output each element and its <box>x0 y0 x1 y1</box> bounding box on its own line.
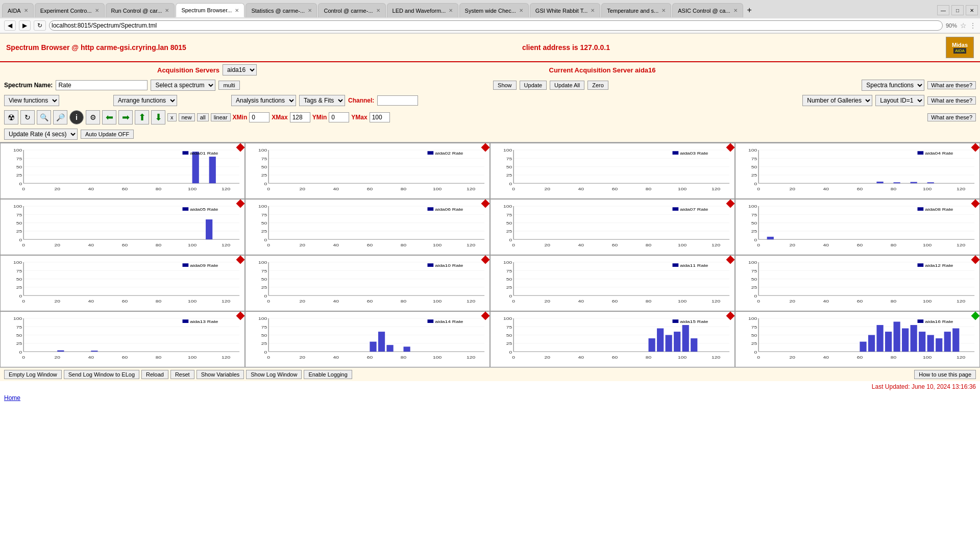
address-bar[interactable] <box>49 20 943 31</box>
tab-led[interactable]: LED and Waveform... ✕ <box>387 3 458 17</box>
xmin-input[interactable] <box>249 112 270 122</box>
show-variables-button[interactable]: Show Variables <box>197 370 244 379</box>
zoom-out-icon[interactable]: 🔎 <box>53 110 67 124</box>
tags-fits-select[interactable]: Tags & Fits <box>299 95 345 106</box>
maximize-button[interactable]: □ <box>951 5 964 15</box>
chart-cell-aida14[interactable]: 0255075100020406080100120aida14 Rate <box>245 311 490 367</box>
tab-spectrum-browser[interactable]: Spectrum Browser... ✕ <box>176 3 244 17</box>
tab-close-temperature[interactable]: ✕ <box>662 8 666 13</box>
home-link[interactable]: Home <box>0 392 980 404</box>
auto-update-button[interactable]: Auto Update OFF <box>81 130 134 139</box>
close-button[interactable]: ✕ <box>966 5 978 15</box>
layout-id-select[interactable]: Layout ID=1 <box>875 95 924 106</box>
x-button[interactable]: x <box>167 113 177 121</box>
tab-close-control[interactable]: ✕ <box>376 8 380 13</box>
ymin-input[interactable] <box>329 112 349 122</box>
refresh-icon[interactable]: ↻ <box>20 110 35 124</box>
arrange-functions-select[interactable]: Arrange functions <box>113 95 177 106</box>
spectrum-name-input[interactable] <box>56 80 148 90</box>
info-icon[interactable]: i <box>69 110 84 124</box>
number-galleries-select[interactable]: Number of Galleries <box>802 95 872 106</box>
new-button[interactable]: new <box>179 113 195 121</box>
how-to-use-button[interactable]: How to use this page <box>914 370 976 379</box>
tab-close-run-control[interactable]: ✕ <box>165 8 169 13</box>
zero-button[interactable]: Zero <box>587 81 608 90</box>
chart-cell-aida07[interactable]: 0255075100020406080100120aida07 Rate <box>490 199 735 255</box>
enable-logging-button[interactable]: Enable Logging <box>304 370 352 379</box>
update-button[interactable]: Update <box>520 81 547 90</box>
tab-control[interactable]: Control @ carme-... ✕ <box>318 3 385 17</box>
multi-button[interactable]: multi <box>218 81 239 90</box>
channel-input[interactable] <box>377 95 418 106</box>
tab-close-aida[interactable]: ✕ <box>24 8 28 13</box>
chart-cell-aida16[interactable]: 0255075100020406080100120aida16 Rate <box>735 311 980 367</box>
spectra-functions-select[interactable]: Spectra functions <box>862 80 924 91</box>
what-these-3-button[interactable]: What are these? <box>927 113 976 121</box>
chart-cell-aida03[interactable]: 0255075100020406080100120aida03 Rate <box>490 143 735 199</box>
ymax-input[interactable] <box>370 112 390 122</box>
chart-cell-aida12[interactable]: 0255075100020406080100120aida12 Rate <box>735 255 980 311</box>
tab-close-asic[interactable]: ✕ <box>733 8 738 13</box>
chart-cell-aida06[interactable]: 0255075100020406080100120aida06 Rate <box>245 199 490 255</box>
update-all-button[interactable]: Update All <box>550 81 584 90</box>
chart-cell-aida05[interactable]: 0255075100020406080100120aida05 Rate <box>0 199 245 255</box>
reload-nav-button[interactable]: ↻ <box>34 20 46 31</box>
select-spectrum-dropdown[interactable]: Select a spectrum <box>151 80 215 91</box>
what-these-1-button[interactable]: What are these? <box>927 81 976 89</box>
bookmark-icon[interactable]: ☆ <box>960 21 967 30</box>
tab-close-gsi[interactable]: ✕ <box>591 8 595 13</box>
tab-statistics[interactable]: Statistics @ carme-... ✕ <box>246 3 317 17</box>
tab-close-system[interactable]: ✕ <box>519 8 523 13</box>
tab-gsi[interactable]: GSI White Rabbit T... ✕ <box>530 3 601 17</box>
svg-text:75: 75 <box>261 325 267 330</box>
tab-experiment[interactable]: Experiment Contro... ✕ <box>35 3 105 17</box>
acquisition-server-select[interactable]: aida16 <box>223 64 257 76</box>
linear-button[interactable]: linear <box>211 113 231 121</box>
svg-text:40: 40 <box>823 299 829 304</box>
svg-text:120: 120 <box>467 243 475 247</box>
back-button[interactable]: ◀ <box>4 20 16 31</box>
chart-cell-aida02[interactable]: 0255075100020406080100120aida02 Rate <box>245 143 490 199</box>
arrow-up-icon[interactable]: ⬆ <box>135 110 149 124</box>
chart-cell-aida04[interactable]: 0255075100020406080100120aida04 Rate <box>735 143 980 199</box>
view-functions-select[interactable]: View functions <box>4 95 59 106</box>
arrow-left-icon[interactable]: ⬅ <box>102 110 116 124</box>
chart-cell-aida13[interactable]: 0255075100020406080100120aida13 Rate <box>0 311 245 367</box>
tab-system[interactable]: System wide Chec... ✕ <box>459 3 529 17</box>
tab-close-led[interactable]: ✕ <box>449 8 453 13</box>
app-title: Spectrum Browser @ http carme-gsi.cryrin… <box>6 43 186 52</box>
arrow-down-icon[interactable]: ⬇ <box>151 110 165 124</box>
extensions-icon[interactable]: ⋮ <box>970 22 976 29</box>
reset-button[interactable]: Reset <box>170 370 194 379</box>
tab-run-control[interactable]: Run Control @ car... ✕ <box>106 3 175 17</box>
settings-icon[interactable]: ⚙ <box>86 110 100 124</box>
tab-close-statistics[interactable]: ✕ <box>308 8 312 13</box>
tab-asic[interactable]: ASIC Control @ ca... ✕ <box>672 3 743 17</box>
analysis-functions-select[interactable]: Analysis functions <box>231 95 296 106</box>
new-tab-button[interactable]: + <box>744 6 755 15</box>
radiation-icon[interactable]: ☢ <box>4 110 18 124</box>
forward-button[interactable]: ▶ <box>19 20 31 31</box>
all-button[interactable]: all <box>197 113 209 121</box>
chart-cell-aida15[interactable]: 0255075100020406080100120aida15 Rate <box>490 311 735 367</box>
what-these-2-button[interactable]: What are these? <box>927 96 976 105</box>
chart-cell-aida01[interactable]: 0255075100020406080100120aida01 Rate <box>0 143 245 199</box>
empty-log-button[interactable]: Empty Log Window <box>4 370 62 379</box>
update-rate-select[interactable]: Update Rate (4 secs) <box>4 129 78 140</box>
tab-close-spectrum-browser[interactable]: ✕ <box>235 8 239 13</box>
tab-close-experiment[interactable]: ✕ <box>95 8 99 13</box>
send-log-button[interactable]: Send Log Window to ELog <box>64 370 139 379</box>
chart-cell-aida09[interactable]: 0255075100020406080100120aida09 Rate <box>0 255 245 311</box>
arrow-right-icon[interactable]: ➡ <box>118 110 133 124</box>
tab-temperature[interactable]: Temperature and s... ✕ <box>601 3 671 17</box>
chart-cell-aida11[interactable]: 0255075100020406080100120aida11 Rate <box>490 255 735 311</box>
show-button[interactable]: Show <box>493 81 517 90</box>
tab-aida[interactable]: AIDA ✕ <box>2 3 34 17</box>
zoom-in-icon[interactable]: 🔍 <box>37 110 51 124</box>
chart-cell-aida10[interactable]: 0255075100020406080100120aida10 Rate <box>245 255 490 311</box>
minimize-button[interactable]: — <box>937 5 949 15</box>
chart-cell-aida08[interactable]: 0255075100020406080100120aida08 Rate <box>735 199 980 255</box>
xmax-input[interactable] <box>290 112 310 122</box>
reload-button[interactable]: Reload <box>141 370 168 379</box>
show-log-button[interactable]: Show Log Window <box>246 370 302 379</box>
